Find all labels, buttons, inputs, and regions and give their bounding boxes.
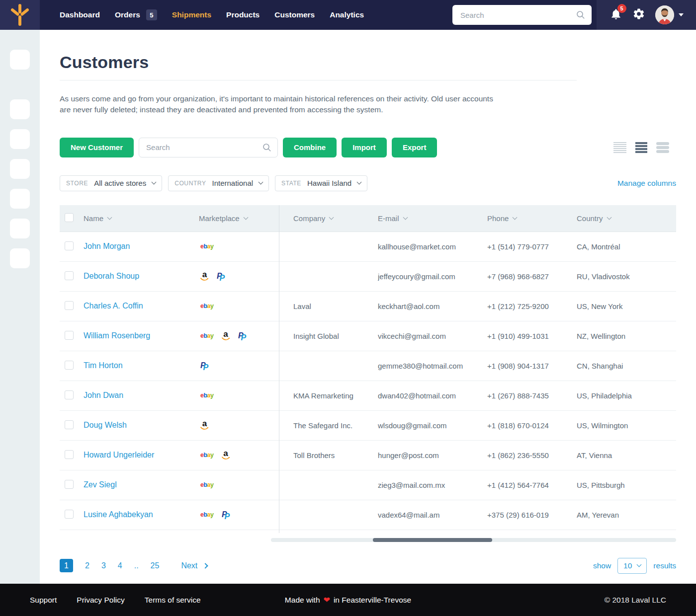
column-header-company[interactable]: Company: [279, 214, 378, 223]
email-cell: dwan402@hotmail.com: [378, 391, 487, 400]
manage-columns-link[interactable]: Manage columns: [617, 179, 676, 188]
page-1[interactable]: 1: [60, 559, 73, 572]
nav-item-analytics[interactable]: Analytics: [330, 10, 364, 19]
filter-state[interactable]: STATEHawaii Island: [275, 175, 367, 191]
paypal-icon: PP: [217, 271, 226, 282]
nav-item-shipments[interactable]: Shipments: [172, 10, 211, 19]
nav-item-label: Products: [226, 10, 260, 19]
nav-search-input[interactable]: [452, 5, 592, 25]
nav-item-dashboard[interactable]: Dashboard: [60, 10, 100, 19]
customer-name-link[interactable]: Zev Siegl: [84, 480, 117, 489]
email-cell: zieg3@mail.com.mx: [378, 481, 487, 489]
customer-name-link[interactable]: Tim Horton: [84, 361, 123, 370]
table-row[interactable]: Lusine Aghabekyan ebayPP vadex64@mail.am…: [60, 500, 676, 530]
svg-text:P: P: [224, 512, 230, 520]
nav-item-orders[interactable]: Orders5: [115, 9, 157, 20]
company-cell: Toll Brothers: [279, 451, 378, 460]
page-size-select[interactable]: 10: [617, 558, 647, 574]
column-header-name[interactable]: Name: [84, 214, 199, 223]
row-checkbox[interactable]: [65, 420, 74, 429]
page-3[interactable]: 3: [101, 561, 106, 570]
sidebar-tile[interactable]: [10, 189, 30, 209]
phone-cell: +375 (29) 616-019: [487, 511, 577, 519]
view-card-icon[interactable]: [656, 142, 669, 153]
sidebar-tile[interactable]: [10, 50, 30, 70]
table-row[interactable]: Doug Welsh a The Safegard Inc. wlsdoug@g…: [60, 411, 676, 441]
nav-item-products[interactable]: Products: [226, 10, 260, 19]
next-page-button[interactable]: Next: [181, 561, 207, 570]
customer-name-link[interactable]: John Morgan: [84, 242, 130, 250]
import-button[interactable]: Import: [342, 138, 387, 157]
table-row[interactable]: Charles A. Coffin ebay Laval keckhart@ao…: [60, 292, 676, 321]
ebay-icon: ebay: [200, 452, 214, 459]
nav-item-customers[interactable]: Customers: [274, 10, 315, 19]
row-checkbox[interactable]: [65, 390, 74, 399]
row-checkbox[interactable]: [65, 450, 74, 459]
app-logo[interactable]: [0, 0, 40, 30]
table-row[interactable]: Deborah Shoup aPP jeffeycoury@gmail.com …: [60, 262, 676, 292]
scrollbar-thumb[interactable]: [373, 538, 492, 542]
scrollbar-track[interactable]: [271, 538, 676, 542]
country-cell: US, Wilmington: [577, 421, 676, 430]
row-checkbox[interactable]: [65, 510, 74, 519]
filter-label: COUNTRY: [174, 180, 206, 187]
footer-link-support[interactable]: Support: [30, 596, 57, 605]
sidebar-tile[interactable]: [10, 248, 30, 268]
row-checkbox[interactable]: [65, 331, 74, 340]
sidebar-tile[interactable]: [10, 219, 30, 238]
table-row[interactable]: Zev Siegl ebay zieg3@mail.com.mx +1 (412…: [60, 470, 676, 500]
customer-name-link[interactable]: Howard Ungerleider: [84, 451, 154, 459]
column-header-phone[interactable]: Phone: [487, 214, 577, 223]
row-checkbox[interactable]: [65, 480, 74, 489]
nav-item-label: Shipments: [172, 10, 211, 19]
table-row[interactable]: John Dwan ebay KMA Remarketing dwan402@h…: [60, 381, 676, 411]
footer-link-terms-of-service[interactable]: Terms of service: [145, 596, 201, 605]
table-row[interactable]: John Morgan ebay kallhouse@market.com +1…: [60, 232, 676, 262]
row-checkbox[interactable]: [65, 271, 74, 280]
view-list-icon[interactable]: [635, 142, 647, 153]
export-button[interactable]: Export: [392, 138, 437, 157]
row-checkbox[interactable]: [65, 301, 74, 310]
customer-name-link[interactable]: John Dwan: [84, 391, 123, 399]
table-search-input[interactable]: [139, 138, 278, 157]
nav-item-label: Analytics: [330, 10, 364, 19]
customer-name-link[interactable]: Deborah Shoup: [84, 272, 139, 280]
filter-label: STORE: [66, 180, 88, 187]
page-25[interactable]: 25: [151, 561, 160, 570]
row-checkbox[interactable]: [65, 241, 74, 250]
filter-row: STOREAll active storesCOUNTRYInternation…: [60, 175, 676, 191]
footer-link-privacy-policy[interactable]: Privacy Policy: [77, 596, 124, 605]
column-header-country[interactable]: Country: [577, 214, 676, 223]
new-customer-button[interactable]: New Customer: [60, 138, 134, 157]
combine-button[interactable]: Combine: [283, 138, 337, 157]
page-4[interactable]: 4: [118, 561, 122, 570]
customer-name-link[interactable]: Lusine Aghabekyan: [84, 510, 153, 519]
sidebar-tile[interactable]: [10, 129, 30, 149]
select-all-checkbox[interactable]: [65, 213, 74, 222]
customer-name-link[interactable]: William Rosenberg: [84, 331, 150, 340]
settings-button[interactable]: [632, 7, 645, 22]
user-menu[interactable]: [655, 5, 684, 24]
page-2[interactable]: 2: [85, 561, 89, 570]
email-cell: gemme380@hotmail.com: [378, 362, 487, 370]
column-header-email[interactable]: E-mail: [378, 214, 487, 223]
column-header-marketplace[interactable]: Marketplace: [199, 214, 279, 223]
filter-store[interactable]: STOREAll active stores: [60, 175, 162, 191]
view-compact-icon[interactable]: [613, 142, 626, 153]
sidebar-tile[interactable]: [10, 159, 30, 179]
table-row[interactable]: Howard Ungerleider ebaya Toll Brothers h…: [60, 441, 676, 470]
amazon-icon: a: [200, 421, 209, 431]
row-checkbox[interactable]: [65, 361, 74, 370]
email-cell: wlsdoug@gmail.com: [378, 421, 487, 430]
filter-country[interactable]: COUNTRYInternational: [168, 175, 269, 191]
country-cell: CN, Shanghai: [577, 362, 676, 370]
table-row[interactable]: William Rosenberg ebayaPP Insight Global…: [60, 321, 676, 351]
logo-asterisk-icon: [9, 3, 31, 26]
customer-name-link[interactable]: Charles A. Coffin: [84, 302, 143, 310]
customer-name-link[interactable]: Doug Welsh: [84, 421, 127, 429]
sidebar-tile[interactable]: [10, 99, 30, 119]
table-row[interactable]: Tim Horton PP gemme380@hotmail.com +1 (9…: [60, 351, 676, 381]
toolbar: New Customer Combine Import Export: [60, 138, 676, 157]
customers-table: Name Marketplace Company E-mail Phone Co…: [60, 205, 676, 530]
notifications-button[interactable]: 5: [609, 7, 622, 22]
